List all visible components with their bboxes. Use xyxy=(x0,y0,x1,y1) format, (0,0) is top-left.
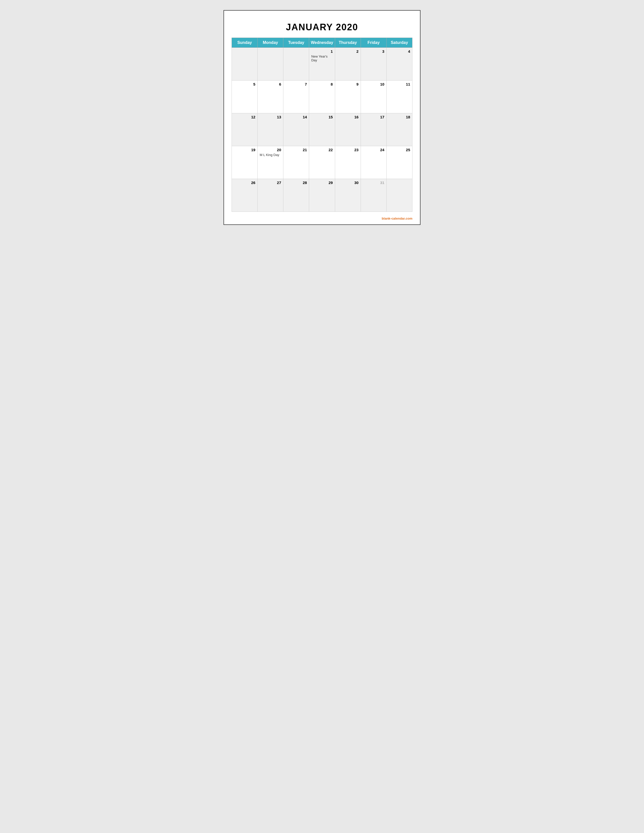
day-number: 29 xyxy=(311,180,333,185)
calendar-day-cell: 31 xyxy=(361,179,386,212)
calendar-day-cell: 22 xyxy=(309,146,335,179)
calendar-day-cell: 16 xyxy=(335,113,361,146)
calendar-day-cell: 25 xyxy=(386,146,412,179)
calendar-day-cell: 10 xyxy=(361,80,386,113)
calendar-day-cell: 26 xyxy=(232,179,258,212)
day-number: 15 xyxy=(311,115,333,119)
calendar-week-row: 567891011 xyxy=(232,80,412,113)
calendar-day-cell xyxy=(386,179,412,212)
day-number: 1 xyxy=(311,49,333,53)
day-number: 31 xyxy=(363,180,385,185)
calendar-day-cell xyxy=(232,48,258,80)
calendar-day-cell: 2 xyxy=(335,48,361,80)
calendar-day-cell: 12 xyxy=(232,113,258,146)
holiday-label: M L King Day xyxy=(259,153,281,157)
calendar-day-cell: 24 xyxy=(361,146,386,179)
day-number: 4 xyxy=(389,49,410,53)
calendar-day-cell: 4 xyxy=(386,48,412,80)
day-number: 23 xyxy=(337,148,359,152)
calendar-week-row: 12131415161718 xyxy=(232,113,412,146)
day-number: 28 xyxy=(285,180,307,185)
calendar-table: SundayMondayTuesdayWednesdayThursdayFrid… xyxy=(232,38,412,212)
day-number: 20 xyxy=(259,148,281,152)
calendar-day-cell: 7 xyxy=(283,80,309,113)
calendar-week-row: 262728293031 xyxy=(232,179,412,212)
calendar-day-cell: 21 xyxy=(283,146,309,179)
calendar-day-cell: 28 xyxy=(283,179,309,212)
day-number: 10 xyxy=(363,82,385,86)
weekday-header-row: SundayMondayTuesdayWednesdayThursdayFrid… xyxy=(232,38,412,48)
calendar-day-cell: 18 xyxy=(386,113,412,146)
calendar-day-cell xyxy=(258,48,283,80)
day-number: 22 xyxy=(311,148,333,152)
day-number: 14 xyxy=(285,115,307,119)
day-number: 25 xyxy=(389,148,410,152)
holiday-label: New Year's Day xyxy=(311,55,333,62)
day-number: 9 xyxy=(337,82,359,86)
calendar-day-cell: 17 xyxy=(361,113,386,146)
day-number: 27 xyxy=(259,180,281,185)
calendar-day-cell: 30 xyxy=(335,179,361,212)
weekday-header: Thursday xyxy=(335,38,361,48)
watermark: blank-calendar.com xyxy=(382,217,412,220)
calendar-day-cell: 14 xyxy=(283,113,309,146)
calendar-day-cell: 20M L King Day xyxy=(258,146,283,179)
day-number: 2 xyxy=(337,49,359,53)
day-number: 19 xyxy=(234,148,255,152)
day-number: 12 xyxy=(234,115,255,119)
day-number: 3 xyxy=(363,49,385,53)
day-number: 5 xyxy=(234,82,255,86)
weekday-header: Monday xyxy=(258,38,283,48)
day-number: 18 xyxy=(389,115,410,119)
calendar-day-cell: 9 xyxy=(335,80,361,113)
calendar-page: JANUARY 2020 SundayMondayTuesdayWednesda… xyxy=(224,10,420,225)
calendar-week-row: 1920M L King Day2122232425 xyxy=(232,146,412,179)
day-number: 16 xyxy=(337,115,359,119)
weekday-header: Wednesday xyxy=(309,38,335,48)
day-number: 11 xyxy=(389,82,410,86)
day-number: 8 xyxy=(311,82,333,86)
day-number: 6 xyxy=(259,82,281,86)
calendar-week-row: 1New Year's Day234 xyxy=(232,48,412,80)
calendar-title: JANUARY 2020 xyxy=(232,18,412,38)
calendar-day-cell: 23 xyxy=(335,146,361,179)
calendar-day-cell: 5 xyxy=(232,80,258,113)
calendar-day-cell: 15 xyxy=(309,113,335,146)
weekday-header: Friday xyxy=(361,38,386,48)
calendar-day-cell: 3 xyxy=(361,48,386,80)
day-number: 30 xyxy=(337,180,359,185)
calendar-day-cell xyxy=(283,48,309,80)
calendar-day-cell: 11 xyxy=(386,80,412,113)
day-number: 17 xyxy=(363,115,385,119)
calendar-day-cell: 27 xyxy=(258,179,283,212)
calendar-day-cell: 19 xyxy=(232,146,258,179)
calendar-day-cell: 8 xyxy=(309,80,335,113)
day-number: 21 xyxy=(285,148,307,152)
weekday-header: Tuesday xyxy=(283,38,309,48)
day-number: 26 xyxy=(234,180,255,185)
calendar-day-cell: 6 xyxy=(258,80,283,113)
day-number: 13 xyxy=(259,115,281,119)
day-number: 24 xyxy=(363,148,385,152)
calendar-day-cell: 13 xyxy=(258,113,283,146)
calendar-day-cell: 1New Year's Day xyxy=(309,48,335,80)
calendar-day-cell: 29 xyxy=(309,179,335,212)
day-number: 7 xyxy=(285,82,307,86)
weekday-header: Sunday xyxy=(232,38,258,48)
weekday-header: Saturday xyxy=(386,38,412,48)
